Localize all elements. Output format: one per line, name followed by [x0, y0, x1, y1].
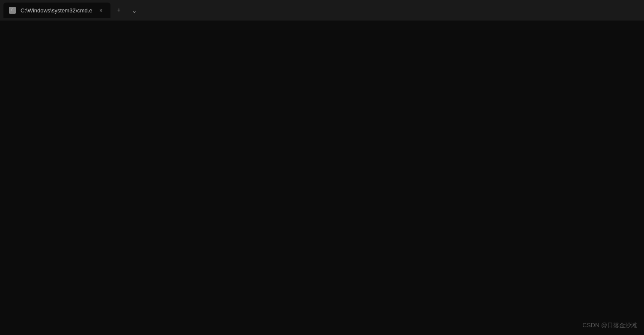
- active-tab[interactable]: C C:\Windows\system32\cmd.e ✕: [3, 3, 110, 18]
- terminal-window: C C:\Windows\system32\cmd.e ✕ + ⌄ CSDN @…: [0, 0, 644, 335]
- watermark: CSDN @日落金沙滩: [582, 321, 637, 330]
- tab-title: C:\Windows\system32\cmd.e: [21, 7, 92, 14]
- dropdown-button[interactable]: ⌄: [128, 3, 141, 17]
- close-tab-button[interactable]: ✕: [97, 6, 105, 15]
- cmd-icon: C: [9, 6, 16, 14]
- cmd-icon-img: C: [9, 7, 16, 14]
- terminal-body[interactable]: CSDN @日落金沙滩: [0, 21, 644, 335]
- titlebar-actions: + ⌄: [112, 3, 141, 17]
- new-tab-button[interactable]: +: [112, 3, 126, 17]
- titlebar: C C:\Windows\system32\cmd.e ✕ + ⌄: [0, 0, 644, 21]
